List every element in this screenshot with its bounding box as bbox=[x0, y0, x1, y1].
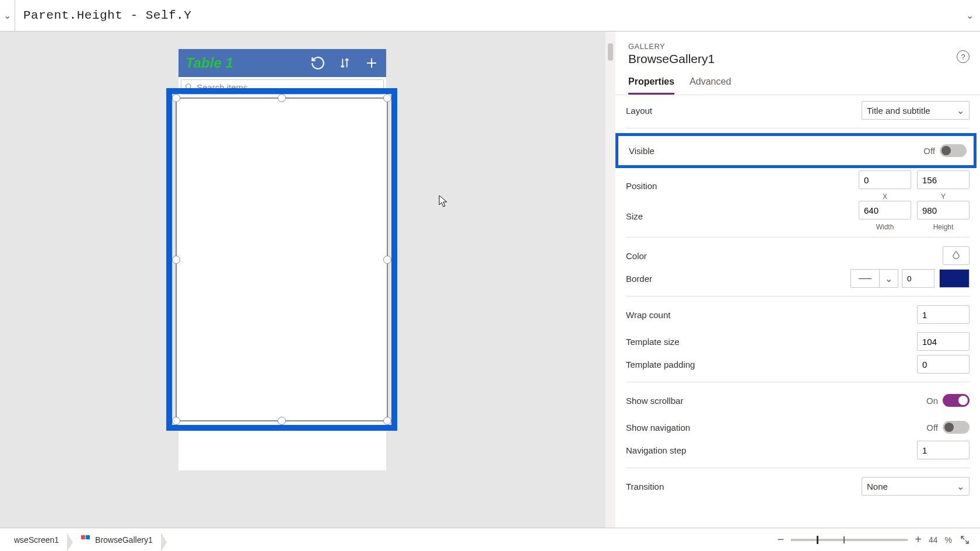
position-y-label: Y bbox=[941, 193, 946, 201]
property-selector-dropdown[interactable]: ⌄ bbox=[0, 0, 15, 31]
formula-expand-dropdown[interactable]: ⌄ bbox=[959, 10, 980, 21]
label-wrap-count: Wrap count bbox=[626, 310, 911, 320]
template-padding-input[interactable] bbox=[917, 355, 970, 374]
zoom-percent-suffix: % bbox=[945, 535, 952, 545]
phone-artboard: Table 1 Search items bbox=[178, 49, 386, 470]
row-wrap-count: Wrap count bbox=[626, 301, 970, 328]
label-template-padding: Template padding bbox=[626, 360, 911, 369]
zoom-in-button[interactable]: + bbox=[915, 533, 922, 546]
canvas-scrollbar[interactable] bbox=[606, 32, 615, 528]
formula-input[interactable]: Parent.Height - Self.Y bbox=[15, 9, 959, 22]
chevron-down-icon: ⌄ bbox=[4, 10, 11, 21]
template-size-input[interactable] bbox=[917, 332, 970, 351]
border-width-input[interactable] bbox=[902, 269, 935, 288]
label-color: Color bbox=[626, 251, 937, 261]
toggle-switch-off[interactable] bbox=[943, 421, 970, 434]
visible-state-text: Off bbox=[923, 146, 935, 156]
svg-point-0 bbox=[186, 84, 191, 89]
show-scrollbar-state: On bbox=[926, 396, 938, 406]
label-show-scrollbar: Show scrollbar bbox=[626, 396, 921, 406]
size-width-label: Width bbox=[876, 223, 894, 231]
label-visible: Visible bbox=[629, 146, 923, 156]
navigation-step-input[interactable] bbox=[917, 441, 970, 459]
cursor-icon bbox=[439, 195, 448, 207]
status-bar: wseScreen1 BrowseGallery1 − + 44 % bbox=[0, 528, 980, 551]
layout-value: Title and subtitle bbox=[867, 106, 930, 116]
wrap-count-input[interactable] bbox=[917, 305, 970, 324]
properties-panel: GALLERY BrowseGallery1 ? Properties Adva… bbox=[615, 32, 980, 528]
zoom-controls: − + 44 % bbox=[778, 533, 971, 546]
row-template-padding: Template padding bbox=[626, 355, 970, 382]
chevron-down-icon: ⌄ bbox=[966, 10, 974, 21]
show-navigation-state: Off bbox=[926, 423, 938, 433]
search-placeholder: Search items bbox=[197, 82, 248, 92]
row-layout: Layout Title and subtitle ⌄ bbox=[626, 101, 970, 128]
border-style-select[interactable] bbox=[850, 269, 880, 288]
breadcrumb-label: BrowseGallery1 bbox=[95, 535, 153, 545]
formula-bar: ⌄ Parent.Height - Self.Y ⌄ bbox=[0, 0, 980, 32]
app-title: Table 1 bbox=[183, 55, 301, 71]
sort-icon[interactable] bbox=[335, 53, 355, 73]
size-height-label: Height bbox=[933, 223, 954, 231]
props-tabs: Properties Advanced bbox=[615, 72, 980, 95]
label-border: Border bbox=[626, 274, 845, 284]
label-template-size: Template size bbox=[626, 337, 911, 347]
position-x-label: X bbox=[883, 193, 887, 201]
label-layout: Layout bbox=[626, 106, 856, 116]
chevron-down-icon: ⌄ bbox=[957, 481, 964, 492]
gallery-icon bbox=[81, 535, 90, 545]
border-color-swatch[interactable] bbox=[939, 269, 970, 288]
row-navigation-step: Navigation step bbox=[626, 441, 970, 468]
breadcrumb-screen[interactable]: wseScreen1 bbox=[9, 533, 67, 547]
row-show-scrollbar: Show scrollbar On bbox=[626, 387, 970, 414]
canvas-area[interactable]: Table 1 Search items bbox=[0, 32, 615, 528]
transition-value: None bbox=[867, 482, 888, 491]
toggle-switch-on[interactable] bbox=[943, 394, 970, 407]
toggle-switch-off[interactable] bbox=[940, 144, 967, 157]
row-size: Size Width Height bbox=[626, 201, 970, 238]
refresh-icon[interactable] bbox=[308, 53, 328, 73]
fit-to-window-icon[interactable] bbox=[959, 534, 971, 546]
row-template-size: Template size bbox=[626, 328, 970, 355]
position-x-input[interactable] bbox=[859, 170, 911, 189]
search-box[interactable]: Search items bbox=[181, 79, 384, 95]
selection-type-label: GALLERY bbox=[628, 42, 967, 51]
help-icon[interactable]: ? bbox=[957, 50, 970, 63]
show-navigation-toggle[interactable]: Off bbox=[926, 421, 970, 434]
transition-select[interactable]: None ⌄ bbox=[862, 477, 970, 496]
position-y-input[interactable] bbox=[917, 170, 970, 189]
show-scrollbar-toggle[interactable]: On bbox=[926, 394, 970, 407]
tab-advanced[interactable]: Advanced bbox=[690, 72, 731, 95]
app-header: Table 1 bbox=[178, 49, 386, 77]
label-transition: Transition bbox=[626, 482, 856, 491]
visible-toggle[interactable]: Off bbox=[923, 144, 967, 157]
label-size: Size bbox=[626, 211, 853, 221]
size-height-input[interactable] bbox=[917, 201, 970, 219]
row-visible-highlight: Visible Off bbox=[615, 133, 977, 168]
row-color: Color bbox=[626, 242, 970, 269]
border-style-chevron[interactable]: ⌄ bbox=[880, 269, 898, 288]
layout-select[interactable]: Title and subtitle ⌄ bbox=[862, 101, 970, 120]
color-picker-button[interactable] bbox=[943, 246, 970, 265]
selection-name: BrowseGallery1 bbox=[628, 52, 967, 66]
row-transition: Transition None ⌄ bbox=[626, 473, 970, 500]
label-position: Position bbox=[626, 181, 853, 191]
add-icon[interactable] bbox=[362, 53, 382, 73]
tab-properties[interactable]: Properties bbox=[628, 72, 674, 95]
zoom-slider[interactable] bbox=[791, 539, 908, 541]
chevron-down-icon: ⌄ bbox=[957, 105, 964, 116]
breadcrumb-control[interactable]: BrowseGallery1 bbox=[76, 533, 161, 547]
row-border: Border ⌄ bbox=[626, 269, 970, 297]
label-navigation-step: Navigation step bbox=[626, 445, 911, 455]
zoom-percent: 44 bbox=[929, 535, 938, 545]
row-show-navigation: Show navigation Off bbox=[626, 414, 970, 441]
label-show-navigation: Show navigation bbox=[626, 423, 921, 433]
zoom-out-button[interactable]: − bbox=[778, 533, 785, 546]
search-icon bbox=[185, 83, 193, 91]
row-position: Position X Y bbox=[626, 170, 970, 201]
size-width-input[interactable] bbox=[859, 201, 911, 219]
breadcrumb-label: wseScreen1 bbox=[14, 535, 59, 545]
